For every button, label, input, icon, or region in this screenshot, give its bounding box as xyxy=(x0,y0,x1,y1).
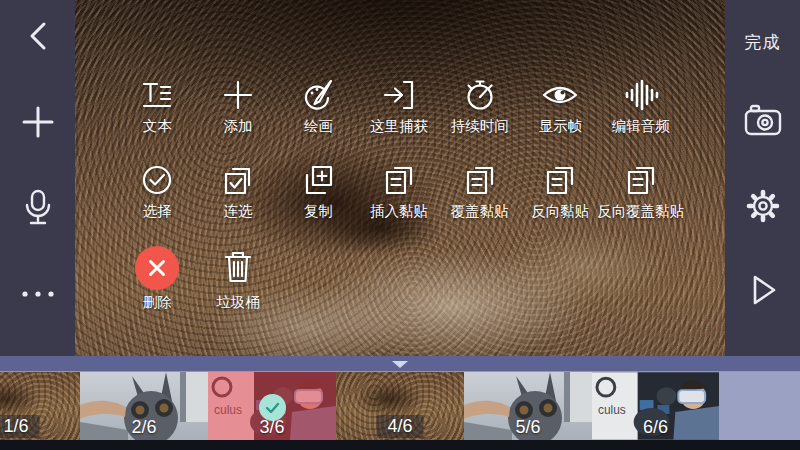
menu-item-label: 插入黏贴 xyxy=(370,202,428,221)
done-button[interactable]: 完成 xyxy=(725,14,800,70)
frame-thumbnail-1[interactable]: 1/6 xyxy=(0,372,80,440)
copy-plus-icon xyxy=(300,162,336,198)
menu-item-show-frame[interactable]: 显示帧 xyxy=(520,74,601,136)
insert-paste-icon xyxy=(381,162,417,198)
reverse-overwrite-paste-icon xyxy=(623,162,659,198)
menu-item-label: 这里捕获 xyxy=(370,117,428,136)
frame-thumbnail-4[interactable]: 4/6 xyxy=(336,372,464,440)
frame-thumbnail-5[interactable]: 5/6 xyxy=(464,372,592,440)
frame-number: 2/6 xyxy=(131,417,156,438)
text-icon xyxy=(139,78,175,112)
menu-item-label: 添加 xyxy=(223,117,252,136)
menu-item-label: 持续时间 xyxy=(451,117,509,136)
menu-item-label: 垃圾桶 xyxy=(216,293,260,312)
menu-item-copy[interactable]: 复制 xyxy=(278,159,359,221)
camera-button[interactable] xyxy=(725,92,800,148)
left-sidebar xyxy=(0,0,75,356)
menu-item-label: 显示帧 xyxy=(539,117,583,136)
frame-thumbnail-2[interactable]: 2/6 xyxy=(80,372,208,440)
collapse-arrow-icon[interactable] xyxy=(392,361,408,368)
menu-item-insert-paste[interactable]: 插入黏贴 xyxy=(359,159,440,221)
menu-item-label: 删除 xyxy=(143,293,172,312)
reverse-paste-icon xyxy=(542,162,578,198)
menu-item-add[interactable]: 添加 xyxy=(198,74,279,136)
trash-icon xyxy=(219,247,257,289)
back-button[interactable] xyxy=(0,8,75,64)
check-circle-icon xyxy=(139,162,175,198)
more-options-button[interactable] xyxy=(0,266,75,322)
menu-item-label: 复制 xyxy=(304,202,333,221)
menu-item-text[interactable]: 文本 xyxy=(117,74,198,136)
filmstrip: 1/6 2/6 xyxy=(0,372,800,440)
menu-row-3: 删除 垃圾桶 xyxy=(117,244,681,312)
menu-item-duration[interactable]: 持续时间 xyxy=(439,74,520,136)
paint-icon xyxy=(300,77,336,113)
menu-item-label: 文本 xyxy=(143,117,172,136)
menu-item-label: 编辑音频 xyxy=(612,117,670,136)
right-sidebar: 完成 xyxy=(725,0,800,356)
menu-item-trash[interactable]: 垃圾桶 xyxy=(198,244,279,312)
menu-item-label: 选择 xyxy=(143,202,172,221)
frame-thumbnail-3-selected[interactable]: culus 3/6 xyxy=(208,372,336,440)
menu-item-label: 绘画 xyxy=(304,117,333,136)
menu-item-label: 连选 xyxy=(223,202,252,221)
menu-item-label: 覆盖黏贴 xyxy=(451,202,509,221)
menu-item-edit-audio[interactable]: 编辑音频 xyxy=(601,74,682,136)
add-icon xyxy=(220,77,256,113)
eye-icon xyxy=(541,80,579,110)
camera-icon xyxy=(743,103,783,137)
menu-row-1: 文本 添加 绘画 这里捕获 持续时间 xyxy=(117,74,681,136)
menu-item-multi-select[interactable]: 连选 xyxy=(198,159,279,221)
microphone-button[interactable] xyxy=(0,180,75,236)
import-arrow-icon xyxy=(381,77,417,113)
menu-item-select[interactable]: 选择 xyxy=(117,159,198,221)
frame-number: 4/6 xyxy=(376,415,423,438)
stopwatch-icon xyxy=(462,77,498,113)
frame-number: 1/6 xyxy=(0,415,40,438)
menu-item-capture-here[interactable]: 这里捕获 xyxy=(359,74,440,136)
delete-icon xyxy=(135,246,179,290)
play-icon xyxy=(746,271,780,309)
microphone-icon xyxy=(21,188,55,228)
svg-text:culus: culus xyxy=(598,403,626,417)
frame-number: 5/6 xyxy=(515,417,540,438)
done-label: 完成 xyxy=(745,31,781,54)
frame-number: 6/6 xyxy=(643,417,668,438)
menu-row-2: 选择 连选 复制 插入黏贴 覆盖黏贴 xyxy=(117,159,681,221)
menu-item-draw[interactable]: 绘画 xyxy=(278,74,359,136)
frame-thumbnail-6[interactable]: culus 6/6 xyxy=(592,372,719,440)
menu-item-label: 反向黏贴 xyxy=(531,202,589,221)
menu-item-overwrite-paste[interactable]: 覆盖黏贴 xyxy=(439,159,520,221)
menu-item-delete[interactable]: 删除 xyxy=(117,244,198,312)
bottom-bar xyxy=(0,440,800,450)
menu-item-reverse-overwrite-paste[interactable]: 反向覆盖黏贴 xyxy=(601,159,682,221)
gear-icon xyxy=(744,187,782,225)
multi-check-icon xyxy=(220,162,256,198)
play-button[interactable] xyxy=(725,262,800,318)
back-icon xyxy=(23,19,53,53)
frame-number: 3/6 xyxy=(259,417,284,438)
overwrite-paste-icon xyxy=(462,162,498,198)
menu-item-label: 反向覆盖黏贴 xyxy=(597,202,684,221)
add-frame-button[interactable] xyxy=(0,94,75,150)
waveform-icon xyxy=(623,77,659,113)
video-editor-screen: 完成 xyxy=(0,0,800,450)
menu-item-reverse-paste[interactable]: 反向黏贴 xyxy=(520,159,601,221)
ellipsis-icon xyxy=(20,289,56,299)
plus-icon xyxy=(20,104,56,140)
settings-button[interactable] xyxy=(725,178,800,234)
